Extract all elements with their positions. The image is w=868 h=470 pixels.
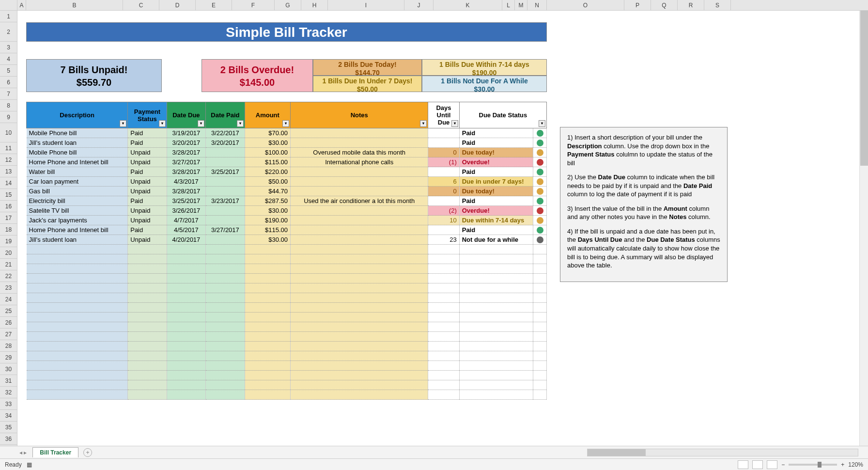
cell-status[interactable]: Paid [459,167,533,177]
cell-date-paid[interactable] [206,216,245,225]
filter-button[interactable]: ▾ [120,120,126,127]
filter-button[interactable]: ▾ [539,120,545,127]
cell-date-due[interactable]: 4/20/2017 [167,235,205,245]
row-header-17[interactable]: 17 [0,212,17,224]
row-header-8[interactable]: 8 [0,100,17,111]
column-header-J[interactable]: J [404,0,434,10]
table-row[interactable]: Jill's student loanPaid3/20/20173/20/201… [27,138,547,148]
cell-description[interactable]: Jack's car lpayments [27,216,128,225]
cell-amount[interactable]: $115.00 [245,157,290,167]
table-row-empty[interactable] [27,254,547,264]
cell-status[interactable]: Due within 7-14 days [459,216,533,225]
cell-date-paid[interactable]: 3/22/2017 [206,128,245,138]
table-row[interactable]: Home Phone and Intenet billPaid4/5/20173… [27,225,547,235]
cell-payment-status[interactable]: Paid [128,225,167,235]
table-row-empty[interactable] [27,342,547,351]
th-payment-status[interactable]: Payment Status▾ [128,102,167,128]
table-row-empty[interactable] [27,313,547,322]
cell-description[interactable]: Jill's student loan [27,235,128,245]
table-row-empty[interactable] [27,371,547,380]
filter-button[interactable]: ▾ [159,120,166,127]
row-header-22[interactable]: 22 [0,270,17,282]
cell-notes[interactable]: Overused mobile data this month [291,148,428,157]
cell-description[interactable]: Electricity bill [27,196,128,206]
table-row-empty[interactable] [27,390,547,400]
cell-amount[interactable]: $70.00 [245,128,290,138]
column-header-L[interactable]: L [502,0,515,10]
column-header-P[interactable]: P [624,0,651,10]
th-date-due[interactable]: Date Due▾ [167,102,205,128]
row-header-23[interactable]: 23 [0,282,17,294]
row-header-5[interactable]: 5 [0,65,17,77]
cell-date-due[interactable]: 4/3/2017 [167,177,205,187]
table-row-empty[interactable] [27,332,547,342]
th-status[interactable]: Due Date Status▾ [459,102,546,128]
cell-days-until[interactable]: 0 [428,187,459,196]
cell-notes[interactable]: Used the air conditioner a lot this mont… [291,196,428,206]
column-header-E[interactable]: E [196,0,232,10]
cell-date-paid[interactable] [206,177,245,187]
cell-days-until[interactable] [428,167,459,177]
table-row[interactable]: Jack's car lpaymentsUnpaid4/7/2017$190.0… [27,216,547,225]
cell-description[interactable]: Satelite TV bill [27,206,128,216]
row-header-11[interactable]: 11 [0,142,17,154]
cell-date-due[interactable]: 3/28/2017 [167,187,205,196]
row-header-31[interactable]: 31 [0,375,17,387]
cell-description[interactable]: Home Phone and Intenet bill [27,157,128,167]
table-row-empty[interactable] [27,361,547,371]
macro-icon[interactable]: ▦ [27,461,32,468]
cell-date-paid[interactable] [206,206,245,216]
th-amount[interactable]: Amount▾ [245,102,290,128]
table-row-empty[interactable] [27,264,547,274]
row-header-35[interactable]: 35 [0,422,17,433]
column-header-A[interactable]: A [17,0,26,10]
sheet-nav-buttons[interactable]: ◂ ▸ [19,449,27,456]
column-header-I[interactable]: I [328,0,404,10]
th-description[interactable]: Description▾ [27,102,128,128]
cell-status[interactable]: Paid [459,196,533,206]
row-header-18[interactable]: 18 [0,224,17,235]
row-header-27[interactable]: 27 [0,329,17,340]
row-header-19[interactable]: 19 [0,235,17,247]
cell-description[interactable]: Mobile Phone bill [27,148,128,157]
row-header-2[interactable]: 2 [0,22,17,42]
cell-date-paid[interactable]: 3/25/2017 [206,167,245,177]
column-header-B[interactable]: B [26,0,123,10]
cell-amount[interactable]: $190.00 [245,216,290,225]
row-header-20[interactable]: 20 [0,247,17,259]
cell-days-until[interactable] [428,128,459,138]
cell-date-due[interactable]: 3/26/2017 [167,206,205,216]
column-header-D[interactable]: D [159,0,196,10]
cell-days-until[interactable]: 6 [428,177,459,187]
cell-status[interactable]: Overdue! [459,157,533,167]
zoom-slider[interactable] [789,464,837,466]
column-header-R[interactable]: R [678,0,704,10]
cell-days-until[interactable]: 23 [428,235,459,245]
cell-notes[interactable] [291,177,428,187]
column-header-C[interactable]: C [123,0,159,10]
cell-status[interactable]: Overdue! [459,206,533,216]
cell-days-until[interactable]: 10 [428,216,459,225]
row-header-34[interactable]: 34 [0,410,17,422]
zoom-out-button[interactable]: − [781,461,785,468]
row-header-4[interactable]: 4 [0,53,17,65]
table-row[interactable]: Car loan paymentUnpaid4/3/2017$50.006Due… [27,177,547,187]
cell-notes[interactable] [291,206,428,216]
table-row-empty[interactable] [27,274,547,283]
cell-notes[interactable] [291,235,428,245]
table-row[interactable]: Gas billUnpaid3/28/2017$44.700Due today! [27,187,547,196]
cell-notes[interactable]: International phone calls [291,157,428,167]
cell-payment-status[interactable]: Paid [128,196,167,206]
table-row-empty[interactable] [27,322,547,332]
cell-amount[interactable]: $287.50 [245,196,290,206]
cell-date-paid[interactable]: 3/27/2017 [206,225,245,235]
table-row[interactable]: Jill's student loanUnpaid4/20/2017$30.00… [27,235,547,245]
row-header-13[interactable]: 13 [0,166,17,177]
cell-date-due[interactable]: 3/27/2017 [167,157,205,167]
cell-notes[interactable] [291,216,428,225]
cell-payment-status[interactable]: Unpaid [128,216,167,225]
cell-notes[interactable] [291,138,428,148]
cell-payment-status[interactable]: Paid [128,128,167,138]
row-header-9[interactable]: 9 [0,111,17,123]
cell-payment-status[interactable]: Unpaid [128,235,167,245]
